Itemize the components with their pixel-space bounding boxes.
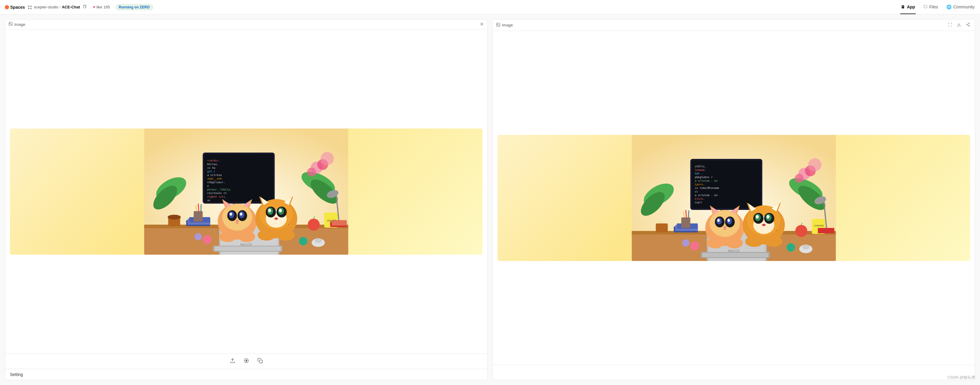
svg-rect-3 [30, 8, 32, 9]
svg-rect-75 [194, 211, 203, 222]
left-panel-footer [5, 353, 487, 369]
svg-point-164 [767, 215, 770, 219]
svg-point-51 [230, 212, 232, 216]
right-panel-spacer [493, 365, 975, 380]
spaces-label: Spaces [10, 5, 25, 10]
heart-icon: ♥ [93, 5, 95, 9]
svg-point-67 [268, 209, 271, 212]
watermark: CSDN @猫头虎 [947, 375, 975, 380]
spaces-logo: Spaces [5, 5, 25, 10]
refresh-button[interactable] [242, 357, 251, 366]
svg-rect-4 [83, 6, 86, 8]
svg-line-103 [967, 25, 969, 26]
copy-image-button[interactable] [256, 357, 265, 366]
svg-text:rnictovns ct: rnictovns ct [207, 192, 227, 195]
svg-rect-96 [259, 360, 262, 363]
svg-rect-127 [656, 224, 668, 232]
left-panel-header: Image ✕ [5, 19, 487, 29]
svg-text:Lsprt: Lsprt [695, 201, 702, 204]
svg-text:lenmum.: lenmum. [695, 168, 706, 171]
svg-point-166 [745, 236, 764, 247]
svg-text:Lporo.: Lporo. [695, 183, 705, 186]
expand-button[interactable] [947, 22, 953, 28]
copy-repo-button[interactable] [81, 4, 88, 10]
share-button[interactable] [965, 22, 971, 28]
tab-app[interactable]: 🖥 App [900, 0, 915, 14]
svg-text:utdllu_: utdllu_ [695, 165, 706, 168]
svg-point-100 [969, 23, 970, 24]
svg-point-138 [710, 210, 740, 237]
svg-point-151 [726, 238, 743, 248]
svg-text:Ltsre.: Ltsre. [695, 197, 705, 200]
running-label: Running on [119, 5, 139, 9]
svg-text:khrtos.: khrtos. [207, 163, 219, 166]
upload-button[interactable] [228, 357, 237, 366]
panels-row: Image ✕ [5, 19, 975, 380]
org-name: scepter-studio [34, 5, 59, 9]
repo-name[interactable]: ACE-Chat [62, 5, 80, 9]
breadcrumb-separator: / [59, 5, 60, 9]
svg-point-42 [222, 204, 252, 231]
svg-text:Gdt .: Gdt . [695, 172, 703, 175]
svg-line-78 [201, 204, 201, 211]
svg-point-54 [220, 231, 236, 242]
right-image-content: utdllu_ lenmum. Gdt . pbkgtubns r a ortu… [493, 31, 975, 365]
svg-line-104 [967, 24, 969, 24]
left-scene: •rbrbt+. khrtos. +v ha gtt.) a nrtrkse +… [10, 129, 482, 255]
svg-point-31 [168, 215, 181, 219]
setting-label: Setting [10, 372, 23, 377]
right-scene: utdllu_ lenmum. Gdt . pbkgtubns r a ortu… [498, 135, 970, 261]
svg-point-165 [762, 224, 766, 226]
right-scene-svg: utdllu_ lenmum. Gdt . pbkgtubns r a ortu… [498, 135, 970, 261]
header: Spaces scepter-studio / ACE-Chat ♥ like … [0, 0, 980, 14]
svg-point-86 [203, 235, 212, 244]
files-icon [924, 5, 928, 9]
svg-point-53 [236, 220, 239, 222]
svg-point-84 [308, 219, 320, 231]
svg-point-35 [321, 152, 334, 165]
left-panel-close-button[interactable]: ✕ [480, 22, 484, 27]
tab-files[interactable]: Files [923, 0, 939, 14]
svg-point-52 [240, 212, 242, 216]
right-image-label: Image [496, 23, 513, 28]
svg-text:cs tsmo/Ntoname: cs tsmo/Ntoname [695, 187, 719, 190]
tab-files-label: Files [929, 5, 938, 9]
tab-community[interactable]: 🌐 Community [946, 0, 975, 14]
svg-text:porpur__tobity.: porpur__tobity. [207, 188, 232, 191]
svg-point-70 [258, 230, 276, 241]
header-right: 🖥 App Files 🌐 Community [900, 0, 975, 14]
download-button[interactable] [956, 22, 962, 28]
running-badge: Running on ZERO [116, 4, 153, 10]
svg-text:a ortutum . en: a ortutum . en [695, 179, 718, 182]
svg-point-182 [682, 240, 690, 246]
left-panel-label: Image [14, 22, 25, 27]
community-icon: 🌐 [947, 5, 951, 9]
svg-text:CHATBS: CHATBS [815, 224, 824, 227]
left-image-content: •rbrbt+. khrtos. +v ha gtt.) a nrtrkse +… [5, 29, 487, 353]
svg-point-88 [299, 237, 307, 245]
breadcrumb-org[interactable]: scepter-studio [28, 5, 58, 9]
svg-text:gtt.): gtt.) [207, 170, 215, 173]
svg-point-179 [795, 225, 807, 237]
image-icon-left [9, 22, 13, 27]
svg-point-102 [969, 25, 970, 26]
svg-point-101 [967, 24, 968, 25]
right-panel-actions [947, 22, 971, 28]
svg-text:pbkgtubns r: pbkgtubns r [695, 176, 713, 179]
header-left: Spaces scepter-studio / ACE-Chat ♥ like … [5, 4, 900, 10]
svg-point-55 [239, 231, 255, 242]
app-icon: 🖥 [901, 5, 905, 9]
svg-point-130 [795, 174, 804, 183]
svg-text:+mat_.eoh: +mat_.eoh [207, 177, 222, 180]
left-scene-svg: •rbrbt+. khrtos. +v ha gtt.) a nrtrkse +… [10, 129, 482, 255]
svg-rect-171 [681, 217, 690, 228]
svg-rect-0 [28, 6, 29, 7]
svg-rect-186 [818, 228, 834, 233]
svg-point-150 [707, 238, 724, 248]
svg-text:a nrtrkse: a nrtrkse [207, 174, 222, 177]
svg-text:+lgmst +sti_: +lgmst +sti_ [207, 195, 227, 198]
svg-rect-40 [215, 246, 281, 251]
svg-point-69 [275, 217, 278, 220]
svg-point-95 [245, 360, 247, 361]
spaces-dot-icon [5, 5, 9, 9]
